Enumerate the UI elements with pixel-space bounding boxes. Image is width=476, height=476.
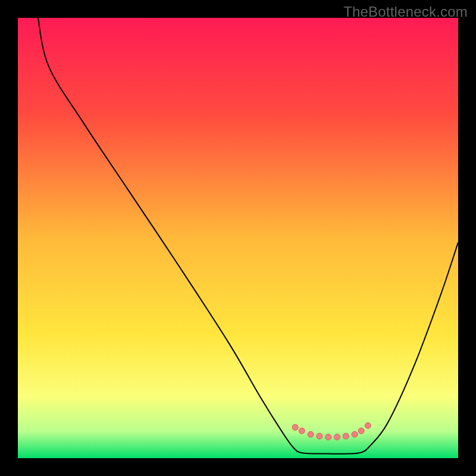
marker-dot: [299, 428, 305, 434]
marker-dot: [317, 433, 322, 439]
marker-dot: [325, 434, 331, 440]
marker-dot: [334, 434, 340, 440]
marker-dot: [365, 422, 371, 428]
marker-dot: [308, 431, 314, 437]
marker-dot: [292, 424, 298, 430]
marker-dot: [352, 431, 358, 437]
marker-dot: [343, 433, 349, 439]
bottleneck-chart: [0, 0, 476, 476]
plot-background: [18, 18, 458, 458]
marker-dot: [358, 428, 364, 434]
chart-root: TheBottleneck.com: [0, 0, 476, 476]
